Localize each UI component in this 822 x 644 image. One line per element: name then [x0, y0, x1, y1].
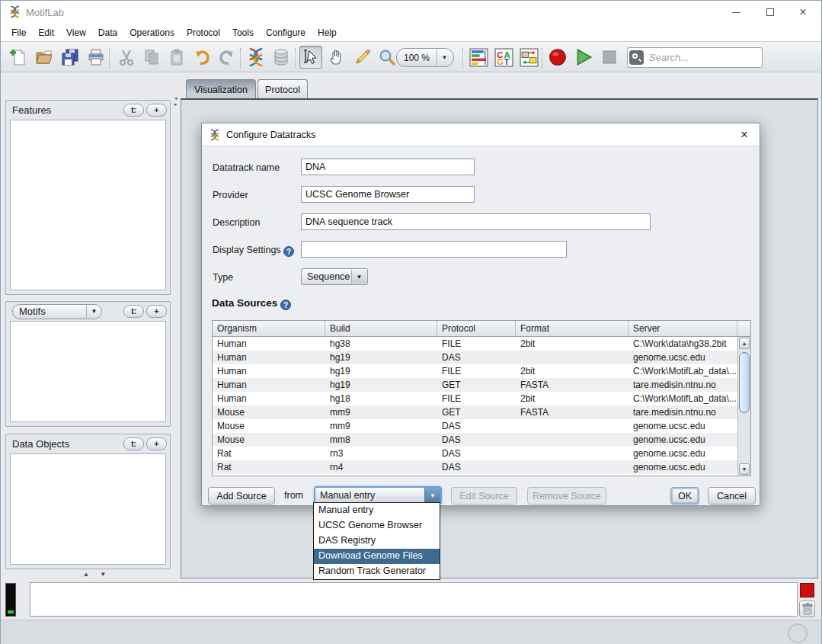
chevron-down-icon[interactable]: ▼ [86, 306, 101, 318]
undo-button[interactable] [190, 46, 213, 69]
add-feature-button[interactable]: + [146, 104, 167, 117]
group-icon: t: [131, 106, 136, 114]
minimize-button[interactable] [719, 1, 753, 24]
search-input[interactable] [644, 52, 760, 63]
sidebar-collapse-handle[interactable]: ◂ ▸ [174, 95, 181, 107]
dropdown-item[interactable]: DAS Registry [314, 533, 440, 549]
table-row[interactable]: Humanhg19DASgenome.ucsc.edu [213, 351, 750, 364]
column-header-protocol[interactable]: Protocol [437, 321, 516, 336]
group-by-type-button[interactable]: t: [123, 104, 144, 117]
scrollbar-thumb[interactable] [739, 352, 750, 413]
tab-visualization[interactable]: Visualization [186, 79, 256, 99]
tracks-icon [469, 48, 488, 67]
scroll-up-button[interactable]: ▲ [739, 338, 750, 349]
menu-file[interactable]: File [5, 25, 32, 40]
data-objects-panel-title: Data Objects [12, 438, 121, 450]
menu-protocol[interactable]: Protocol [181, 25, 226, 40]
group-icon: t: [131, 307, 136, 316]
motiflab-logo-icon [209, 129, 221, 143]
menu-configure[interactable]: Configure [260, 25, 312, 40]
column-header-format[interactable]: Format [516, 321, 628, 336]
column-header-organism[interactable]: Organism [213, 321, 325, 336]
motif-logo-button[interactable]: C A G T [492, 46, 515, 69]
scroll-down-button[interactable]: ▼ [739, 463, 750, 475]
maximize-button[interactable] [753, 1, 787, 24]
add-source-button[interactable]: Add Source [208, 487, 275, 505]
tracks-view-button[interactable] [467, 46, 490, 69]
zoom-tool-button[interactable] [376, 46, 398, 69]
group-by-type-button[interactable]: t: [123, 437, 144, 450]
draw-tool-button[interactable] [351, 46, 374, 69]
menu-tools[interactable]: Tools [226, 25, 260, 40]
display-settings-input[interactable] [301, 241, 567, 258]
column-header-build[interactable]: Build [325, 321, 437, 336]
log-output-area[interactable] [30, 582, 798, 617]
chevron-down-icon[interactable]: ▼ [437, 50, 452, 66]
record-button[interactable] [546, 46, 569, 69]
play-button[interactable] [572, 46, 595, 69]
table-row[interactable]: Mousemm9DASgenome.ucsc.edu [213, 419, 750, 433]
table-row[interactable]: Humanhg19FILE2bitC:\Work\MotifLab_data\.… [213, 364, 750, 378]
table-cell: FILE [437, 337, 516, 351]
type-combo[interactable]: Sequence ▼ [301, 268, 368, 285]
menu-edit[interactable]: Edit [32, 25, 60, 40]
tab-protocol[interactable]: Protocol [257, 79, 308, 99]
table-row[interactable]: Mousemm8DASgenome.ucsc.edu [213, 433, 750, 447]
motifs-list[interactable] [10, 321, 166, 422]
pan-tool-button[interactable] [325, 46, 348, 69]
menu-data[interactable]: Data [92, 25, 123, 40]
provider-input[interactable] [301, 186, 475, 203]
clear-log-button[interactable] [799, 601, 815, 617]
open-folder-icon [35, 48, 53, 66]
description-input[interactable] [301, 213, 651, 230]
dialog-close-button[interactable]: × [729, 123, 760, 146]
table-row[interactable]: Ratrn4DASgenome.ucsc.edu [213, 460, 750, 474]
search-box[interactable] [627, 47, 763, 68]
table-cell: 2bit [516, 392, 628, 405]
ok-button[interactable]: OK [670, 487, 699, 505]
table-cell: hg18 [325, 392, 437, 405]
column-header-server[interactable]: Server [628, 321, 737, 336]
dropdown-item[interactable]: Download Genome Files [314, 549, 440, 564]
help-icon[interactable]: ? [283, 246, 294, 257]
open-file-button[interactable] [33, 46, 56, 69]
dropdown-item[interactable]: Manual entry [314, 503, 440, 518]
features-list[interactable] [10, 120, 166, 290]
zoom-level-combo[interactable]: 100 % ▼ [396, 48, 454, 67]
table-body: Humanhg38FILE2bitC:\Work\data\hg38.2bitH… [213, 337, 750, 474]
table-cell: Mouse [213, 419, 325, 433]
status-indicator [800, 583, 814, 598]
table-row[interactable]: Humanhg19GETFASTAtare.medisin.ntnu.no [213, 378, 750, 392]
data-objects-list[interactable] [10, 453, 166, 565]
select-tool-button[interactable] [299, 46, 322, 69]
save-button[interactable] [59, 46, 82, 69]
table-row[interactable]: Humanhg18FILE2bitC:\Work\MotifLab_data\.… [213, 392, 750, 405]
group-by-type-button[interactable]: t: [123, 305, 144, 318]
region-browser-button[interactable] [517, 46, 540, 69]
add-motif-button[interactable]: + [146, 305, 167, 318]
print-button[interactable] [85, 46, 107, 69]
menu-view[interactable]: View [60, 25, 92, 40]
table-row[interactable]: Mousemm9GETFASTAtare.medisin.ntnu.no [213, 405, 750, 419]
menu-help[interactable]: Help [312, 25, 343, 40]
table-vertical-scrollbar[interactable]: ▲ ▼ [737, 337, 750, 476]
motifs-combo[interactable]: Motifs ▼ [12, 304, 102, 319]
cancel-button[interactable]: Cancel [708, 487, 756, 505]
add-data-object-button[interactable]: + [146, 437, 167, 450]
datatrack-name-input[interactable] [301, 159, 475, 175]
close-button[interactable]: × [786, 1, 820, 24]
dna-tool-button[interactable] [245, 46, 267, 69]
database-button[interactable] [270, 46, 293, 69]
new-document-button[interactable] [7, 46, 30, 69]
dropdown-item[interactable]: UCSC Genome Browser [314, 518, 440, 533]
chevron-down-icon[interactable]: ▼ [351, 270, 366, 284]
table-row[interactable]: Ratrn3DASgenome.ucsc.edu [213, 447, 750, 460]
table-cell: genome.ucsc.edu [628, 351, 737, 364]
dropdown-item[interactable]: Random Track Generator [314, 564, 440, 579]
table-cell: FASTA [516, 378, 628, 392]
splitter-handle[interactable]: ▲ ▼ [83, 571, 110, 578]
table-row[interactable]: Humanhg38FILE2bitC:\Work\data\hg38.2bit [213, 337, 750, 351]
chevron-down-icon[interactable]: ▼ [424, 488, 440, 503]
menu-operations[interactable]: Operations [123, 25, 181, 40]
help-icon[interactable]: ? [280, 300, 291, 310]
